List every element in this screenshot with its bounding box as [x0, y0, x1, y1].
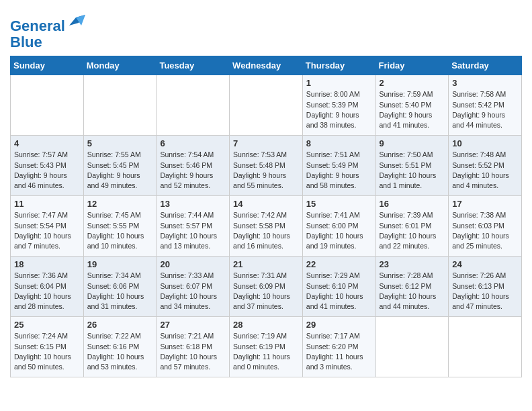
calendar-cell: [375, 317, 449, 377]
day-info: Sunrise: 7:39 AM Sunset: 6:01 PM Dayligh…: [380, 210, 445, 251]
calendar-cell: 7Sunrise: 7:53 AM Sunset: 5:48 PM Daylig…: [230, 136, 303, 196]
day-info: Sunrise: 7:38 AM Sunset: 6:03 PM Dayligh…: [452, 210, 518, 251]
day-info: Sunrise: 7:41 AM Sunset: 6:00 PM Dayligh…: [306, 210, 372, 251]
calendar-week-row: 4Sunrise: 7:57 AM Sunset: 5:43 PM Daylig…: [11, 136, 522, 196]
calendar-cell: 9Sunrise: 7:50 AM Sunset: 5:51 PM Daylig…: [375, 136, 449, 196]
calendar-cell: 22Sunrise: 7:29 AM Sunset: 6:10 PM Dayli…: [302, 257, 375, 317]
calendar-cell: 13Sunrise: 7:44 AM Sunset: 5:57 PM Dayli…: [157, 196, 230, 257]
day-info: Sunrise: 7:42 AM Sunset: 5:58 PM Dayligh…: [233, 210, 299, 251]
day-info: Sunrise: 7:57 AM Sunset: 5:43 PM Dayligh…: [14, 150, 80, 191]
day-info: Sunrise: 7:55 AM Sunset: 5:45 PM Dayligh…: [87, 150, 153, 191]
weekday-header-sunday: Sunday: [11, 56, 84, 75]
calendar-cell: 4Sunrise: 7:57 AM Sunset: 5:43 PM Daylig…: [11, 136, 84, 196]
day-info: Sunrise: 7:44 AM Sunset: 5:57 PM Dayligh…: [160, 210, 226, 251]
day-info: Sunrise: 7:31 AM Sunset: 6:09 PM Dayligh…: [233, 271, 299, 312]
day-number: 3: [452, 78, 518, 88]
logo-blue: Blue: [10, 34, 42, 50]
day-number: 27: [160, 320, 226, 330]
calendar-cell: 17Sunrise: 7:38 AM Sunset: 6:03 PM Dayli…: [449, 196, 522, 257]
weekday-header-wednesday: Wednesday: [230, 56, 303, 75]
weekday-header-row: SundayMondayTuesdayWednesdayThursdayFrid…: [11, 56, 522, 75]
day-info: Sunrise: 7:59 AM Sunset: 5:40 PM Dayligh…: [380, 89, 445, 130]
day-number: 18: [14, 259, 80, 269]
day-number: 13: [160, 199, 226, 209]
calendar-week-row: 25Sunrise: 7:24 AM Sunset: 6:15 PM Dayli…: [11, 317, 522, 377]
weekday-header-friday: Friday: [375, 56, 449, 75]
day-number: 26: [87, 320, 153, 330]
logo-general: General: [10, 17, 65, 34]
day-number: 9: [380, 138, 445, 148]
day-number: 8: [306, 138, 372, 148]
day-info: Sunrise: 7:24 AM Sunset: 6:15 PM Dayligh…: [14, 331, 80, 372]
calendar-cell: [449, 317, 522, 377]
calendar-cell: 24Sunrise: 7:26 AM Sunset: 6:13 PM Dayli…: [449, 257, 522, 317]
calendar-cell: 18Sunrise: 7:36 AM Sunset: 6:04 PM Dayli…: [11, 257, 84, 317]
day-info: Sunrise: 7:17 AM Sunset: 6:20 PM Dayligh…: [306, 331, 372, 372]
calendar-cell: 16Sunrise: 7:39 AM Sunset: 6:01 PM Dayli…: [375, 196, 449, 257]
day-info: Sunrise: 7:21 AM Sunset: 6:18 PM Dayligh…: [160, 331, 226, 372]
calendar-cell: 12Sunrise: 7:45 AM Sunset: 5:55 PM Dayli…: [83, 196, 157, 257]
day-info: Sunrise: 7:50 AM Sunset: 5:51 PM Dayligh…: [380, 150, 445, 191]
day-number: 19: [87, 259, 153, 269]
calendar-cell: [11, 75, 84, 136]
calendar-table: SundayMondayTuesdayWednesdayThursdayFrid…: [10, 56, 522, 377]
day-number: 7: [233, 138, 299, 148]
day-info: Sunrise: 7:34 AM Sunset: 6:06 PM Dayligh…: [87, 271, 153, 312]
day-number: 29: [306, 320, 372, 330]
calendar-cell: 2Sunrise: 7:59 AM Sunset: 5:40 PM Daylig…: [375, 75, 449, 136]
calendar-cell: 15Sunrise: 7:41 AM Sunset: 6:00 PM Dayli…: [302, 196, 375, 257]
calendar-cell: 21Sunrise: 7:31 AM Sunset: 6:09 PM Dayli…: [230, 257, 303, 317]
day-number: 10: [452, 138, 518, 148]
day-number: 25: [14, 320, 80, 330]
day-info: Sunrise: 7:36 AM Sunset: 6:04 PM Dayligh…: [14, 271, 80, 312]
day-info: Sunrise: 7:22 AM Sunset: 6:16 PM Dayligh…: [87, 331, 153, 372]
day-info: Sunrise: 7:29 AM Sunset: 6:10 PM Dayligh…: [306, 271, 372, 312]
calendar-cell: 20Sunrise: 7:33 AM Sunset: 6:07 PM Dayli…: [157, 257, 230, 317]
calendar-cell: 25Sunrise: 7:24 AM Sunset: 6:15 PM Dayli…: [11, 317, 84, 377]
day-info: Sunrise: 7:53 AM Sunset: 5:48 PM Dayligh…: [233, 150, 299, 191]
calendar-cell: 19Sunrise: 7:34 AM Sunset: 6:06 PM Dayli…: [83, 257, 157, 317]
calendar-cell: 8Sunrise: 7:51 AM Sunset: 5:49 PM Daylig…: [302, 136, 375, 196]
calendar-cell: 1Sunrise: 8:00 AM Sunset: 5:39 PM Daylig…: [302, 75, 375, 136]
day-number: 1: [306, 78, 372, 88]
calendar-cell: [83, 75, 157, 136]
weekday-header-monday: Monday: [83, 56, 157, 75]
day-info: Sunrise: 7:33 AM Sunset: 6:07 PM Dayligh…: [160, 271, 226, 312]
day-number: 11: [14, 199, 80, 209]
day-info: Sunrise: 7:58 AM Sunset: 5:42 PM Dayligh…: [452, 89, 518, 130]
day-number: 24: [452, 259, 518, 269]
logo-bird-icon: [66, 12, 85, 31]
day-number: 17: [452, 199, 518, 209]
day-info: Sunrise: 7:45 AM Sunset: 5:55 PM Dayligh…: [87, 210, 153, 251]
day-number: 15: [306, 199, 372, 209]
calendar-week-row: 18Sunrise: 7:36 AM Sunset: 6:04 PM Dayli…: [11, 257, 522, 317]
day-number: 2: [380, 78, 445, 88]
day-number: 23: [380, 259, 445, 269]
day-number: 5: [87, 138, 153, 148]
calendar-cell: 5Sunrise: 7:55 AM Sunset: 5:45 PM Daylig…: [83, 136, 157, 196]
header: General Blue: [10, 7, 522, 50]
day-info: Sunrise: 7:51 AM Sunset: 5:49 PM Dayligh…: [306, 150, 372, 191]
calendar-week-row: 1Sunrise: 8:00 AM Sunset: 5:39 PM Daylig…: [11, 75, 522, 136]
day-info: Sunrise: 7:26 AM Sunset: 6:13 PM Dayligh…: [452, 271, 518, 312]
day-number: 16: [380, 199, 445, 209]
day-number: 14: [233, 199, 299, 209]
weekday-header-tuesday: Tuesday: [157, 56, 230, 75]
weekday-header-thursday: Thursday: [302, 56, 375, 75]
day-number: 12: [87, 199, 153, 209]
calendar-week-row: 11Sunrise: 7:47 AM Sunset: 5:54 PM Dayli…: [11, 196, 522, 257]
day-info: Sunrise: 7:54 AM Sunset: 5:46 PM Dayligh…: [160, 150, 226, 191]
day-number: 22: [306, 259, 372, 269]
calendar-cell: 11Sunrise: 7:47 AM Sunset: 5:54 PM Dayli…: [11, 196, 84, 257]
day-number: 20: [160, 259, 226, 269]
calendar-cell: [230, 75, 303, 136]
calendar-cell: 14Sunrise: 7:42 AM Sunset: 5:58 PM Dayli…: [230, 196, 303, 257]
logo: General Blue: [10, 12, 85, 50]
weekday-header-saturday: Saturday: [449, 56, 522, 75]
calendar-cell: [157, 75, 230, 136]
calendar-cell: 28Sunrise: 7:19 AM Sunset: 6:19 PM Dayli…: [230, 317, 303, 377]
day-info: Sunrise: 7:19 AM Sunset: 6:19 PM Dayligh…: [233, 331, 299, 372]
calendar-cell: 23Sunrise: 7:28 AM Sunset: 6:12 PM Dayli…: [375, 257, 449, 317]
calendar-body: 1Sunrise: 8:00 AM Sunset: 5:39 PM Daylig…: [11, 75, 522, 377]
day-info: Sunrise: 8:00 AM Sunset: 5:39 PM Dayligh…: [306, 89, 372, 130]
